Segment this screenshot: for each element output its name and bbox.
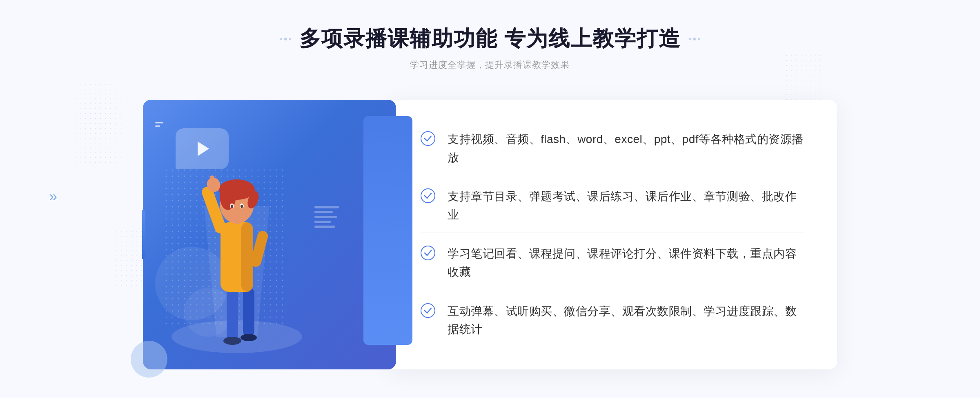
svg-point-24: [421, 189, 435, 203]
inner-panel: [363, 116, 412, 345]
header-decorators: 多项录播课辅助功能 专为线上教学打造: [280, 25, 700, 53]
feature-text-4: 互动弹幕、试听购买、微信分享、观看次数限制、学习进度跟踪、数据统计: [448, 302, 804, 339]
content-area: 支持视频、音频、flash、word、excel、ppt、pdf等各种格式的资源…: [143, 92, 837, 386]
feature-item-3: 学习笔记回看、课程提问、课程评论打分、课件资料下载，重点内容收藏: [421, 237, 804, 290]
page-subtitle: 学习进度全掌握，提升录播课教学效果: [280, 59, 700, 71]
illustration-card: [143, 100, 396, 369]
header-dots-right: [689, 38, 700, 40]
check-icon-2: [421, 188, 435, 203]
dot-2: [284, 38, 287, 40]
page-container: » 多项录播课辅助功能 专为线上教学打造 学习进度全掌握，提升录播课教学效果: [0, 0, 980, 398]
check-icon-3: [421, 246, 435, 260]
svg-point-23: [421, 132, 435, 145]
header-dots-left: [280, 38, 291, 40]
feature-text-3: 学习笔记回看、课程提问、课程评论打分、课件资料下载，重点内容收藏: [448, 245, 804, 282]
sparkle-decoration: [155, 120, 163, 129]
left-arrow-decoration: »: [49, 188, 57, 205]
svg-point-19: [231, 205, 233, 208]
feature-item-1: 支持视频、音频、flash、word、excel、ppt、pdf等各种格式的资源…: [421, 122, 804, 176]
feature-item-2: 支持章节目录、弹题考试、课后练习、课后作业、章节测验、批改作业: [421, 179, 804, 233]
dot-6: [698, 38, 700, 40]
feature-text-1: 支持视频、音频、flash、word、excel、ppt、pdf等各种格式的资源…: [448, 130, 804, 167]
dot-4: [689, 38, 691, 40]
svg-point-20: [241, 205, 243, 208]
dot-1: [280, 38, 282, 40]
dot-5: [693, 38, 696, 40]
svg-point-25: [421, 246, 435, 260]
page-title: 多项录播课辅助功能 专为线上教学打造: [299, 25, 681, 53]
header-section: 多项录播课辅助功能 专为线上教学打造 学习进度全掌握，提升录播课教学效果: [280, 25, 700, 71]
check-icon-1: [421, 131, 435, 146]
blue-circle-decoration: [131, 341, 167, 378]
person-illustration: [163, 124, 318, 369]
check-icon-4: [421, 303, 435, 318]
svg-rect-5: [243, 288, 254, 337]
feature-text-2: 支持章节目录、弹题考试、课后练习、课后作业、章节测验、批改作业: [448, 188, 804, 224]
svg-rect-4: [227, 288, 238, 341]
svg-point-26: [421, 304, 435, 318]
sparkle-line-2: [155, 125, 160, 127]
dot-3: [289, 38, 291, 40]
feature-item-4: 互动弹幕、试听购买、微信分享、观看次数限制、学习进度跟踪、数据统计: [421, 294, 804, 347]
svg-rect-9: [241, 222, 253, 292]
svg-point-6: [223, 337, 241, 345]
sparkle-line-1: [155, 122, 163, 123]
vertical-bar: [142, 210, 145, 259]
svg-point-7: [241, 334, 257, 341]
bg-dots-decoration-1: [74, 82, 122, 163]
features-panel: 支持视频、音频、flash、word、excel、ppt、pdf等各种格式的资源…: [388, 100, 837, 369]
